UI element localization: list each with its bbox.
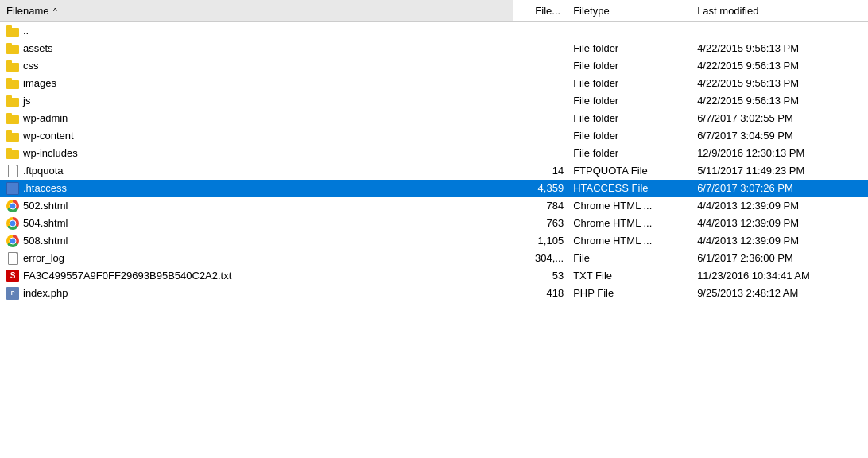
folder-icon <box>6 112 19 125</box>
filename-cell-htaccess[interactable]: .htaccess <box>0 180 513 197</box>
filetype-cell-js: File folder <box>567 92 691 110</box>
filesize-cell-502shtml: 784 <box>513 197 567 215</box>
filename-label: assets <box>23 42 53 54</box>
sort-arrow: ^ <box>53 7 57 16</box>
table-row[interactable]: images File folder 4/22/2015 9:56:13 PM <box>0 75 868 92</box>
filesize-cell-508shtml: 1,105 <box>513 232 567 250</box>
filetype-cell-fa3c: TXT File <box>567 267 691 285</box>
folder-icon <box>6 130 19 142</box>
filename-label: index.php <box>23 287 68 299</box>
filesize-cell-fa3c: 53 <box>513 267 567 285</box>
table-row[interactable]: wp-admin File folder 6/7/2017 3:02:55 PM <box>0 110 868 127</box>
table-row[interactable]: wp-includes File folder 12/9/2016 12:30:… <box>0 145 868 162</box>
file-list: Filename ^ File... Filetype Last modifie… <box>0 0 868 302</box>
table-row[interactable]: .ftpquota 14 FTPQUOTA File 5/11/2017 11:… <box>0 162 868 180</box>
filename-label: css <box>23 60 39 72</box>
folder-icon <box>6 95 19 107</box>
filesize-cell-parent-dir <box>513 22 567 40</box>
filetype-cell-error-log: File <box>567 250 691 267</box>
lastmod-cell-wp-content: 6/7/2017 3:04:59 PM <box>691 127 868 145</box>
filename-cell-ftpquota[interactable]: .ftpquota <box>0 162 513 180</box>
table-row[interactable]: .htaccess 4,359 HTACCESS File 6/7/2017 3… <box>0 180 868 197</box>
table-row[interactable]: wp-content File folder 6/7/2017 3:04:59 … <box>0 127 868 145</box>
folder-icon <box>6 147 19 160</box>
lastmod-cell-error-log: 6/1/2017 2:36:00 PM <box>691 250 868 267</box>
header-filetype[interactable]: Filetype <box>567 0 691 22</box>
table-row[interactable]: S FA3C499557A9F0FF29693B95B540C2A2.txt 5… <box>0 267 868 285</box>
filename-label: wp-admin <box>23 112 68 124</box>
filename-cell-images[interactable]: images <box>0 75 513 92</box>
table-row[interactable]: error_log 304,... File 6/1/2017 2:36:00 … <box>0 250 868 267</box>
header-filesize-label: File... <box>535 5 560 17</box>
chrome-icon <box>6 217 19 230</box>
filename-cell-wp-includes[interactable]: wp-includes <box>0 145 513 162</box>
filetype-cell-wp-content: File folder <box>567 127 691 145</box>
filename-cell-fa3c[interactable]: S FA3C499557A9F0FF29693B95B540C2A2.txt <box>0 267 513 285</box>
table-row[interactable]: .. <box>0 22 868 40</box>
filename-label: wp-content <box>23 130 74 142</box>
filename-cell-css[interactable]: css <box>0 57 513 75</box>
filename-cell-indexphp[interactable]: P index.php <box>0 285 513 302</box>
filetype-cell-indexphp: PHP File <box>567 285 691 302</box>
filesize-cell-ftpquota: 14 <box>513 162 567 180</box>
filetype-cell-wp-includes: File folder <box>567 145 691 162</box>
filesize-cell-504shtml: 763 <box>513 215 567 232</box>
header-filetype-label: Filetype <box>573 5 610 17</box>
filename-cell-assets[interactable]: assets <box>0 40 513 57</box>
folder-icon <box>6 42 19 55</box>
filesize-cell-wp-includes <box>513 145 567 162</box>
chrome-icon <box>6 200 19 212</box>
table-row[interactable]: css File folder 4/22/2015 9:56:13 PM <box>0 57 868 75</box>
filename-cell-error-log[interactable]: error_log <box>0 250 513 267</box>
filename-label: .ftpquota <box>23 165 64 177</box>
filetype-cell-images: File folder <box>567 75 691 92</box>
lastmod-cell-assets: 4/22/2015 9:56:13 PM <box>691 40 868 57</box>
chrome-icon <box>6 235 19 247</box>
filename-label: 502.shtml <box>23 200 68 212</box>
filename-cell-508shtml[interactable]: 508.shtml <box>0 232 513 250</box>
header-filesize[interactable]: File... <box>513 0 567 22</box>
table-row[interactable]: assets File folder 4/22/2015 9:56:13 PM <box>0 40 868 57</box>
filetype-cell-ftpquota: FTPQUOTA File <box>567 162 691 180</box>
lastmod-cell-fa3c: 11/23/2016 10:34:41 AM <box>691 267 868 285</box>
filetype-cell-502shtml: Chrome HTML ... <box>567 197 691 215</box>
filename-cell-wp-content[interactable]: wp-content <box>0 127 513 145</box>
header-lastmod[interactable]: Last modified <box>691 0 868 22</box>
table-row[interactable]: P index.php 418 PHP File 9/25/2013 2:48:… <box>0 285 868 302</box>
filename-label: 508.shtml <box>23 235 68 246</box>
filename-cell-parent-dir[interactable]: .. <box>0 22 513 40</box>
file-icon <box>6 165 19 177</box>
filename-label: .htaccess <box>23 182 67 194</box>
filesize-cell-js <box>513 92 567 110</box>
filesize-cell-assets <box>513 40 567 57</box>
filename-label: .. <box>23 25 29 37</box>
lastmod-cell-htaccess: 6/7/2017 3:07:26 PM <box>691 180 868 197</box>
htaccess-icon <box>6 182 19 195</box>
table-row[interactable]: 504.shtml 763 Chrome HTML ... 4/4/2013 1… <box>0 215 868 232</box>
table-row[interactable]: 502.shtml 784 Chrome HTML ... 4/4/2013 1… <box>0 197 868 215</box>
txt-icon: S <box>6 270 19 282</box>
header-filename[interactable]: Filename ^ <box>0 0 513 22</box>
filesize-cell-error-log: 304,... <box>513 250 567 267</box>
folder-icon <box>6 25 19 37</box>
filetype-cell-css: File folder <box>567 57 691 75</box>
filesize-cell-wp-content <box>513 127 567 145</box>
filesize-cell-wp-admin <box>513 110 567 127</box>
lastmod-cell-502shtml: 4/4/2013 12:39:09 PM <box>691 197 868 215</box>
table-row[interactable]: 508.shtml 1,105 Chrome HTML ... 4/4/2013… <box>0 232 868 250</box>
table-row[interactable]: js File folder 4/22/2015 9:56:13 PM <box>0 92 868 110</box>
filename-cell-wp-admin[interactable]: wp-admin <box>0 110 513 127</box>
filename-label: 504.shtml <box>23 217 68 229</box>
filetype-cell-htaccess: HTACCESS File <box>567 180 691 197</box>
filename-cell-502shtml[interactable]: 502.shtml <box>0 197 513 215</box>
filename-cell-js[interactable]: js <box>0 92 513 110</box>
filename-cell-504shtml[interactable]: 504.shtml <box>0 215 513 232</box>
filesize-cell-images <box>513 75 567 92</box>
lastmod-cell-ftpquota: 5/11/2017 11:49:23 PM <box>691 162 868 180</box>
filename-label: images <box>23 77 56 89</box>
lastmod-cell-parent-dir <box>691 22 868 40</box>
lastmod-cell-508shtml: 4/4/2013 12:39:09 PM <box>691 232 868 250</box>
filetype-cell-504shtml: Chrome HTML ... <box>567 215 691 232</box>
header-lastmod-label: Last modified <box>697 5 758 17</box>
filename-label: wp-includes <box>23 147 78 159</box>
